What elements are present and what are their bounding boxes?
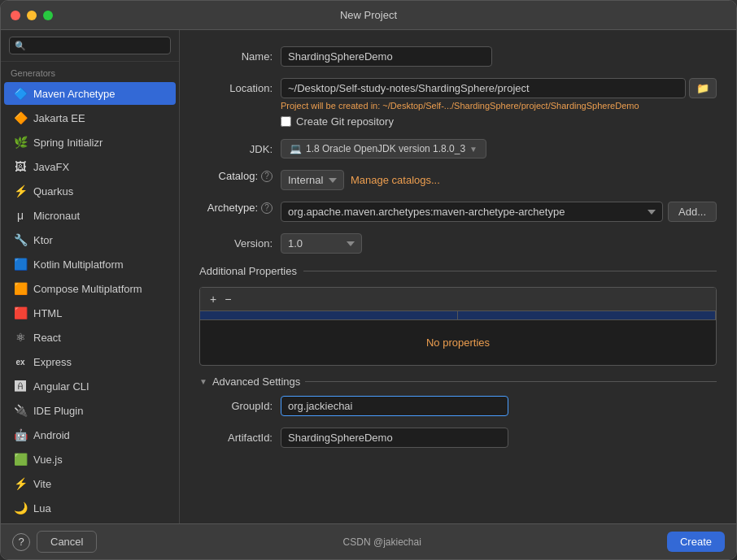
artifactid-row: ArtifactId: — [199, 428, 717, 448]
browse-button[interactable]: 📁 — [689, 78, 717, 98]
sidebar-item-spring-initializr[interactable]: 🌿 Spring Initializr — [4, 131, 176, 154]
name-field — [281, 46, 717, 67]
sidebar-item-label: IDE Plugin — [33, 405, 83, 417]
properties-table: + − No properties — [199, 287, 717, 366]
ide-plugin-icon: 🔌 — [14, 404, 27, 417]
version-row: Version: 1.0 — [199, 233, 717, 254]
jdk-label: JDK: — [199, 139, 273, 155]
groupid-input[interactable] — [281, 396, 508, 416]
advanced-settings-header[interactable]: ▼ Advanced Settings — [199, 376, 717, 388]
footer-center: CSDN @jakiechai — [343, 536, 421, 548]
window-controls — [11, 11, 53, 20]
sidebar-item-kotlin-multiplatform[interactable]: 🟦 Kotlin Multiplatform — [4, 253, 176, 276]
version-field: 1.0 — [281, 233, 717, 254]
titlebar: New Project — [1, 1, 736, 30]
javafx-icon: 🖼 — [14, 160, 27, 173]
maven-archetype-icon: 🔷 — [14, 87, 27, 100]
archetype-label: Archetype: — [207, 202, 258, 214]
sidebar-item-jakarta-ee[interactable]: 🔶 Jakarta EE — [4, 106, 176, 129]
watermark-text: CSDN @jakiechai — [343, 536, 421, 548]
sidebar-item-label: Android — [33, 429, 70, 441]
git-checkbox[interactable] — [281, 116, 291, 127]
location-input[interactable] — [281, 78, 686, 98]
sidebar-item-html[interactable]: 🟥 HTML — [4, 302, 176, 324]
sidebar-item-label: Express — [33, 356, 72, 368]
archetype-select[interactable]: org.apache.maven.archetypes:maven-archet… — [281, 202, 663, 222]
sidebar-item-label: Vue.js — [33, 454, 63, 466]
sidebar-item-angular-cli[interactable]: 🅰 Angular CLI — [4, 375, 176, 397]
catalog-help-icon[interactable]: ? — [261, 171, 273, 182]
ktor-icon: 🔧 — [14, 233, 27, 246]
sidebar-item-lua[interactable]: 🌙 Lua — [4, 497, 176, 519]
sidebar-item-react[interactable]: ⚛ React — [4, 326, 176, 349]
archetype-row-inner: org.apache.maven.archetypes:maven-archet… — [281, 202, 717, 222]
location-label: Location: — [199, 78, 273, 94]
sidebar-item-ide-plugin[interactable]: 🔌 IDE Plugin — [4, 399, 176, 422]
sidebar-item-label: JavaFX — [33, 161, 69, 173]
remove-property-button[interactable]: − — [221, 291, 234, 307]
sidebar-item-express[interactable]: ex Express — [4, 350, 176, 373]
close-button[interactable] — [11, 11, 20, 20]
artifactid-input[interactable] — [281, 428, 508, 448]
sidebar-item-javafx[interactable]: 🖼 JavaFX — [4, 155, 176, 178]
location-wrap: 📁 — [281, 78, 717, 98]
manage-catalogs-link[interactable]: Manage catalogs... — [351, 174, 440, 186]
vite-icon: ⚡ — [14, 477, 27, 490]
sidebar-item-android[interactable]: 🤖 Android — [4, 423, 176, 446]
cancel-button[interactable]: Cancel — [37, 531, 97, 553]
no-properties-label: No properties — [200, 320, 716, 365]
archetype-help-icon[interactable]: ? — [261, 202, 273, 214]
props-value-header — [458, 311, 716, 319]
catalog-row-inner: Internal Manage catalogs... — [281, 170, 717, 190]
angular-icon: 🅰 — [14, 380, 27, 393]
groupid-label: GroupId: — [199, 396, 273, 412]
git-label: Create Git repository — [296, 115, 394, 128]
new-project-window: New Project 🔍 Generators 🔷 Maven Archety… — [0, 0, 737, 560]
footer-left: ? Cancel — [12, 531, 97, 553]
sidebar-item-ktor[interactable]: 🔧 Ktor — [4, 228, 176, 251]
groupid-row: GroupId: — [199, 396, 717, 416]
advanced-settings-label: Advanced Settings — [212, 376, 300, 388]
sidebar: 🔍 Generators 🔷 Maven Archetype 🔶 Jakarta… — [1, 30, 180, 523]
jdk-dropdown[interactable]: 💻 1.8 Oracle OpenJDK version 1.8.0_3 ▼ — [281, 139, 486, 158]
sidebar-item-label: Angular CLI — [33, 380, 89, 393]
search-area: 🔍 — [1, 30, 179, 62]
additional-props-label: Additional Properties — [199, 265, 297, 277]
jakarta-ee-icon: 🔶 — [14, 111, 27, 124]
add-archetype-button[interactable]: Add... — [668, 202, 717, 222]
footer: ? Cancel CSDN @jakiechai Create — [1, 523, 736, 559]
footer-right: Create — [667, 532, 725, 552]
sidebar-item-label: Micronaut — [33, 210, 80, 222]
window-title: New Project — [340, 9, 397, 21]
android-icon: 🤖 — [14, 428, 27, 441]
version-select[interactable]: 1.0 — [281, 233, 362, 254]
generators-section-label: Generators — [1, 62, 179, 81]
search-input[interactable] — [29, 40, 165, 51]
sidebar-item-maven-archetype[interactable]: 🔷 Maven Archetype — [4, 82, 176, 105]
sidebar-item-label: Jakarta EE — [33, 112, 85, 124]
sidebar-item-label: React — [33, 332, 61, 344]
sidebar-item-label: Kotlin Multiplatform — [33, 258, 124, 271]
maximize-button[interactable] — [43, 11, 53, 20]
sidebar-item-micronaut[interactable]: μ Micronaut — [4, 204, 176, 227]
sidebar-item-vue-js[interactable]: 🟩 Vue.js — [4, 448, 176, 471]
name-input[interactable] — [281, 46, 492, 67]
sidebar-item-label: Vite — [33, 478, 51, 490]
add-property-button[interactable]: + — [207, 291, 220, 307]
jdk-value: 1.8 Oracle OpenJDK version 1.8.0_3 — [306, 143, 465, 154]
create-button[interactable]: Create — [667, 532, 725, 552]
catalog-label-wrap: Catalog: ? — [199, 170, 273, 182]
version-dropdown-wrap: 1.0 — [281, 233, 362, 254]
sidebar-item-quarkus[interactable]: ⚡ Quarkus — [4, 180, 176, 202]
minimize-button[interactable] — [27, 11, 37, 20]
help-button[interactable]: ? — [12, 533, 30, 551]
path-hint: Project will be created in: ~/Desktop/Se… — [281, 101, 717, 111]
location-row: Location: 📁 Project will be created in: … — [199, 78, 717, 128]
catalog-select[interactable]: Internal — [281, 170, 344, 190]
location-field: 📁 Project will be created in: ~/Desktop/… — [281, 78, 717, 128]
sidebar-item-compose-multiplatform[interactable]: 🟧 Compose Multiplatform — [4, 277, 176, 300]
sidebar-item-label: Quarkus — [33, 185, 73, 198]
content-area: 🔍 Generators 🔷 Maven Archetype 🔶 Jakarta… — [1, 30, 736, 523]
sidebar-item-vite[interactable]: ⚡ Vite — [4, 472, 176, 495]
search-wrap: 🔍 — [9, 37, 171, 54]
